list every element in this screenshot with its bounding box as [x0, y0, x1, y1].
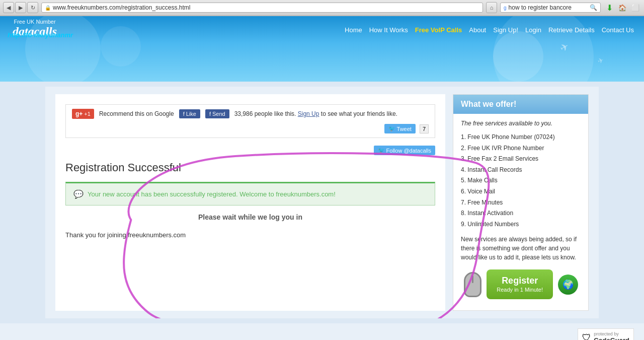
- fb-like-button[interactable]: f Like: [179, 109, 200, 118]
- offer-content: The free services available to you. 1. F…: [453, 114, 588, 310]
- footer-bar: 🛡 protected by CodeGuard: [0, 323, 644, 340]
- url-bar[interactable]: 🔒 www.freeuknumbers.com/registration_suc…: [41, 3, 483, 13]
- main-outer: g+ +1 Recommend this on Google f Like f …: [0, 82, 644, 323]
- protected-by-label: protected by: [594, 331, 629, 336]
- nav-login[interactable]: Login: [525, 26, 541, 34]
- download-button[interactable]: ⬇: [604, 2, 615, 13]
- fb-send-button[interactable]: f Send: [205, 109, 229, 118]
- gplus-label: +1: [84, 111, 91, 117]
- nav-how-it-works[interactable]: How It Works: [369, 26, 408, 34]
- offer-item-5: 5. Make Calls: [461, 175, 581, 186]
- right-sidebar: What we offer! The free services availab…: [453, 94, 589, 311]
- gplus-button[interactable]: g+ +1: [72, 109, 94, 119]
- nav-contact[interactable]: Contact Us: [602, 26, 634, 34]
- main-nav: Home How It Works Free VoIP Calls About …: [345, 26, 634, 34]
- site-header: ✈ ✈ Free UK Number datacalls http://fb-m…: [0, 16, 644, 82]
- website: ✈ ✈ Free UK Number datacalls http://fb-m…: [0, 16, 644, 340]
- send-label: Send: [212, 111, 225, 117]
- register-button[interactable]: Register Ready in 1 Minute!: [487, 269, 553, 299]
- home-button[interactable]: ⌂: [486, 2, 497, 13]
- free-uk-label: Free UK Number: [13, 19, 57, 25]
- browser-chrome: ◀ ▶ ↻ 🔒 www.freeuknumbers.com/registrati…: [0, 0, 644, 16]
- tweet-label: Tweet: [397, 126, 412, 132]
- offer-list: 1. Free UK Phone Number (07024) 2. Free …: [461, 132, 581, 230]
- fb-icon-1: f: [183, 111, 185, 117]
- search-icon: 🔍: [590, 4, 597, 11]
- maximize-button[interactable]: ⬜: [630, 2, 641, 13]
- nav-signup[interactable]: Sign Up!: [493, 26, 518, 34]
- follow-label: Follow @datacalls: [386, 148, 431, 154]
- twitter-icon: 🐦: [388, 125, 395, 132]
- follow-button[interactable]: 🐦 Follow @datacalls: [374, 146, 435, 155]
- offer-item-3: 3. Free Fax 2 Email Services: [461, 154, 581, 165]
- recommend-text: Recommend this on Google: [99, 110, 174, 117]
- twitter-icon-2: 🐦: [378, 147, 385, 154]
- mouse-decoration: [464, 272, 481, 297]
- tweet-button[interactable]: 🐦 Tweet: [384, 124, 416, 133]
- airplane-icon-2: ✈: [597, 55, 605, 65]
- offer-item-4: 4. Instant Call Records: [461, 165, 581, 176]
- content-wrapper: g+ +1 Recommend this on Google f Like f …: [55, 94, 445, 311]
- offer-item-8: 8. Instant Activation: [461, 208, 581, 219]
- logo-url-overlay: http://fb-me/yunanmr: [8, 31, 73, 39]
- offer-header: What we offer!: [453, 95, 588, 114]
- offer-item-7: 7. Free Minutes: [461, 197, 581, 209]
- mouse-scroll: [472, 276, 473, 283]
- codeguard-name: CodeGuard: [594, 336, 629, 340]
- back-button[interactable]: ◀: [3, 2, 14, 13]
- register-btn-area: Register Ready in 1 Minute! 🌍: [461, 269, 581, 304]
- gplus-icon: g+: [75, 110, 83, 117]
- success-text: Your new account has been successfully r…: [88, 190, 336, 198]
- home-nav-button[interactable]: 🏠: [617, 2, 628, 13]
- search-bar[interactable]: g how to register bancore 🔍: [500, 3, 601, 13]
- offer-item-2: 2. Free UK IVR Phone Number: [461, 143, 581, 154]
- register-icon-circle: 🌍: [558, 275, 578, 295]
- fb-signup-suffix: to see what your friends like.: [321, 110, 397, 117]
- url-text: www.freeuknumbers.com/registration_succe…: [53, 4, 190, 11]
- forward-button[interactable]: ▶: [15, 2, 26, 13]
- offer-item-9: 9. Unlimited Numbers: [461, 219, 581, 230]
- nav-retrieve[interactable]: Retrieve Details: [548, 26, 595, 34]
- lock-icon: 🔒: [45, 5, 51, 11]
- offer-note: New services are always being added, so …: [461, 235, 581, 262]
- success-message-box: 💬 Your new account has been successfully…: [65, 182, 435, 206]
- offer-box: What we offer! The free services availab…: [453, 94, 589, 311]
- register-btn-label: Register: [497, 276, 543, 287]
- bg-circle-4: [493, 31, 543, 82]
- earth-icon: 🌍: [562, 279, 574, 290]
- nav-free-voip[interactable]: Free VoIP Calls: [415, 26, 462, 34]
- offer-item-1: 1. Free UK Phone Number (07024): [461, 132, 581, 143]
- nav-buttons: ◀ ▶ ↻: [3, 2, 38, 13]
- reload-button[interactable]: ↻: [27, 2, 38, 13]
- thank-you-text: Thank you for joining freeuknumbers.com: [65, 231, 435, 239]
- nav-about[interactable]: About: [469, 26, 486, 34]
- browser-toolbar: ◀ ▶ ↻ 🔒 www.freeuknumbers.com/registrati…: [0, 0, 644, 16]
- social-bar: g+ +1 Recommend this on Google f Like f …: [65, 104, 435, 138]
- register-btn-sublabel: Ready in 1 Minute!: [497, 287, 543, 293]
- search-query: how to register bancore: [509, 4, 572, 11]
- codeguard-shield-icon: 🛡: [582, 332, 591, 340]
- like-label: Like: [186, 111, 196, 117]
- fb-signup-link[interactable]: Sign Up: [298, 110, 319, 117]
- search-engine-icon: g: [504, 5, 507, 11]
- codeguard-logo: 🛡 protected by CodeGuard: [578, 328, 634, 340]
- page-title: Registration Successful: [65, 161, 435, 174]
- fb-count: 33,986 people like this. Sign Up to see …: [234, 110, 397, 117]
- tweet-count: 7: [420, 124, 429, 133]
- mouse-icon: [464, 272, 481, 297]
- bg-circle-2: [101, 26, 141, 66]
- main-content: g+ +1 Recommend this on Google f Like f …: [45, 87, 599, 318]
- fb-icon-2: f: [209, 111, 211, 117]
- offer-item-6: 6. Voice Mail: [461, 186, 581, 197]
- wait-message: Please wait while we log you in: [65, 213, 435, 221]
- offer-intro: The free services available to you.: [461, 120, 581, 127]
- nav-home[interactable]: Home: [345, 26, 362, 34]
- chat-icon: 💬: [73, 189, 84, 199]
